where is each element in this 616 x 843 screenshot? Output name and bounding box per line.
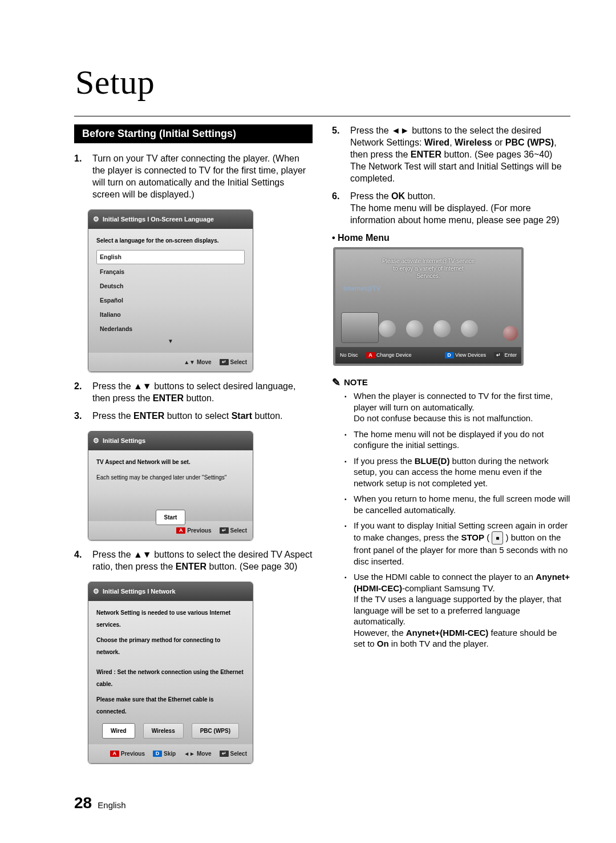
internet-tv-label: Internet@TV — [343, 283, 380, 295]
footer-key-select: ↵ Select — [220, 356, 247, 368]
osd-language-title: Initial Settings I On-Screen Language — [103, 213, 214, 225]
footer-key-select: ↵ Select — [220, 525, 247, 537]
stop-icon: ■ — [492, 531, 503, 545]
home-footer-nodisc: No Disc — [340, 349, 358, 361]
notes-list: When the player is connected to TV for t… — [345, 390, 570, 650]
note-item: If you press the BLUE(D) button during t… — [345, 455, 570, 489]
manual-page: Setup Before Starting (Initial Settings)… — [0, 0, 616, 843]
home-footer-change: A Change Device — [366, 349, 412, 361]
osd-start-header: ⚙ Initial Settings — [88, 431, 253, 450]
step-5: Press the ◄► buttons to the select the d… — [332, 124, 570, 184]
page-title: Setup — [75, 63, 570, 102]
home-footer: No Disc A Change Device D View Devices ↵… — [335, 347, 521, 364]
gear-icon: ⚙ — [93, 213, 99, 225]
right-column: Press the ◄► buttons to the select the d… — [332, 124, 570, 772]
page-number: 28 English — [74, 794, 126, 812]
two-column-layout: Before Starting (Initial Settings) Turn … — [74, 124, 570, 772]
page-language: English — [98, 800, 125, 810]
home-banner-line2: to enjoy a variety of Internet Services. — [393, 265, 463, 279]
home-tile-icon — [461, 320, 478, 337]
home-tiles-row — [335, 320, 521, 337]
start-button: Start — [156, 510, 186, 525]
osd-language-footer: ▲▼ Move ↵ Select — [88, 353, 253, 372]
scroll-down-icon: ▼ — [96, 335, 245, 347]
osd-network-screenshot: ⚙ Initial Settings I Network Network Set… — [88, 582, 253, 764]
home-footer-view: D View Devices — [445, 349, 486, 361]
footer-key-move: ◄► Move — [184, 748, 211, 760]
steps-list-right: Press the ◄► buttons to the select the d… — [332, 124, 570, 226]
title-rule — [74, 116, 570, 116]
osd-network-msg4: Please make sure that the Ethernet cable… — [96, 693, 245, 717]
footer-key-move: ▲▼ Move — [184, 356, 211, 368]
home-menu-screenshot: Please activate Internet@TV service to e… — [333, 247, 524, 366]
osd-language-msg: Select a language for the on-screen disp… — [96, 235, 245, 247]
footer-key-select: ↵ Select — [220, 748, 247, 760]
language-option: English — [96, 250, 245, 264]
note-item: When you return to home menu, the full s… — [345, 493, 570, 515]
note-item: If you want to display Initial Setting s… — [345, 520, 570, 567]
language-option: Français — [96, 265, 245, 279]
osd-network-body: Network Setting is needed to use various… — [88, 601, 253, 744]
language-option: Español — [96, 293, 245, 308]
language-option: Italiano — [96, 308, 245, 322]
step-2: Press the ▲▼ buttons to select desired l… — [74, 380, 313, 404]
note-item: The home menu will not be displayed if y… — [345, 429, 570, 451]
step-1-text: Turn on your TV after connecting the pla… — [92, 154, 306, 199]
note-item: Use the HDMI cable to connect the player… — [345, 571, 570, 650]
footer-key-skip: D Skip — [153, 748, 176, 760]
osd-start-body: TV Aspect and Network will be set. Each … — [88, 450, 253, 521]
home-tile-icon — [406, 320, 423, 337]
osd-network-footer: A Previous D Skip ◄► Move ↵ Select — [88, 744, 253, 763]
osd-start-title: Initial Settings — [103, 435, 145, 447]
footer-key-previous: A Previous — [110, 748, 145, 760]
osd-start-screenshot: ⚙ Initial Settings TV Aspect and Network… — [88, 431, 253, 541]
osd-network-title: Initial Settings I Network — [103, 586, 176, 598]
footer-key-previous: A Previous — [176, 525, 211, 537]
language-option: Deutsch — [96, 279, 245, 293]
steps-list-left-3: Press the ▲▼ buttons to select the desir… — [74, 548, 313, 572]
wireless-button: Wireless — [143, 723, 184, 739]
section-heading: Before Starting (Initial Settings) — [74, 124, 313, 143]
gear-icon: ⚙ — [93, 435, 99, 447]
pbc-button: PBC (WPS) — [192, 723, 239, 739]
note-heading: ✎ NOTE — [332, 376, 570, 388]
step-4: Press the ▲▼ buttons to select the desir… — [74, 548, 313, 572]
osd-network-msg2: Choose the primary method for connecting… — [96, 634, 245, 658]
home-banner-line1: Please activate Internet@TV service — [382, 258, 475, 264]
home-banner: Please activate Internet@TV service to e… — [382, 257, 475, 280]
osd-network-header: ⚙ Initial Settings I Network — [88, 582, 253, 601]
step-1: Turn on your TV after connecting the pla… — [74, 152, 313, 200]
osd-language-screenshot: ⚙ Initial Settings I On-Screen Language … — [88, 209, 253, 372]
wired-button: Wired — [102, 723, 135, 739]
home-footer-enter: ↵ Enter — [494, 349, 517, 361]
gear-icon: ⚙ — [93, 586, 99, 598]
home-tile-icon — [379, 320, 396, 337]
osd-start-msg1: TV Aspect and Network will be set. — [96, 456, 245, 468]
osd-language-body: Select a language for the on-screen disp… — [88, 229, 253, 353]
home-tile-icon — [433, 320, 451, 337]
home-menu-heading: • Home Menu — [332, 232, 570, 244]
page-number-value: 28 — [74, 794, 92, 812]
language-list: English Français Deutsch Español Italian… — [96, 250, 245, 336]
osd-language-header: ⚙ Initial Settings I On-Screen Language — [88, 210, 253, 229]
note-item: When the player is connected to TV for t… — [345, 390, 570, 424]
osd-network-msg1: Network Setting is needed to use various… — [96, 607, 245, 631]
left-column: Before Starting (Initial Settings) Turn … — [74, 124, 313, 772]
note-label: NOTE — [344, 376, 368, 388]
language-option: Nederlands — [96, 322, 245, 336]
osd-network-msg3: Wired : Set the network connection using… — [96, 666, 245, 690]
home-tile-icon — [503, 326, 518, 341]
steps-list-left: Turn on your TV after connecting the pla… — [74, 152, 313, 200]
step-6: Press the OK button.The home menu will b… — [332, 190, 570, 226]
note-icon: ✎ — [332, 377, 341, 389]
step-3: Press the ENTER button to select Start b… — [74, 410, 313, 422]
steps-list-left-2: Press the ▲▼ buttons to select desired l… — [74, 380, 313, 422]
osd-start-msg2: Each setting may be changed later under … — [96, 471, 245, 483]
